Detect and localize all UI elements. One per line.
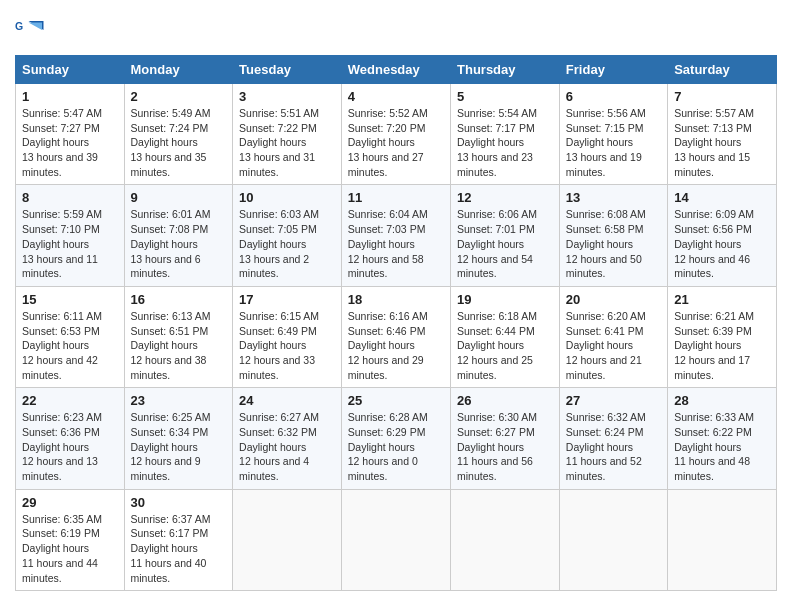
logo-icon: G <box>15 15 45 45</box>
day-detail: Sunrise: 5:52 AM Sunset: 7:20 PM Dayligh… <box>348 106 444 179</box>
calendar-cell: 2 Sunrise: 5:49 AM Sunset: 7:24 PM Dayli… <box>124 84 233 185</box>
logo: G <box>15 15 49 45</box>
calendar-cell: 6 Sunrise: 5:56 AM Sunset: 7:15 PM Dayli… <box>559 84 667 185</box>
calendar-week-3: 22 Sunrise: 6:23 AM Sunset: 6:36 PM Dayl… <box>16 388 777 489</box>
day-detail: Sunrise: 6:27 AM Sunset: 6:32 PM Dayligh… <box>239 410 335 483</box>
day-number: 19 <box>457 292 553 307</box>
day-detail: Sunrise: 5:57 AM Sunset: 7:13 PM Dayligh… <box>674 106 770 179</box>
calendar-cell: 24 Sunrise: 6:27 AM Sunset: 6:32 PM Dayl… <box>233 388 342 489</box>
svg-text:G: G <box>15 20 23 32</box>
calendar-cell <box>668 489 777 590</box>
calendar-cell: 4 Sunrise: 5:52 AM Sunset: 7:20 PM Dayli… <box>341 84 450 185</box>
calendar-week-1: 8 Sunrise: 5:59 AM Sunset: 7:10 PM Dayli… <box>16 185 777 286</box>
day-number: 14 <box>674 190 770 205</box>
calendar-cell: 25 Sunrise: 6:28 AM Sunset: 6:29 PM Dayl… <box>341 388 450 489</box>
calendar-cell: 7 Sunrise: 5:57 AM Sunset: 7:13 PM Dayli… <box>668 84 777 185</box>
calendar-cell: 18 Sunrise: 6:16 AM Sunset: 6:46 PM Dayl… <box>341 286 450 387</box>
day-number: 26 <box>457 393 553 408</box>
day-number: 1 <box>22 89 118 104</box>
calendar-cell: 26 Sunrise: 6:30 AM Sunset: 6:27 PM Dayl… <box>451 388 560 489</box>
day-detail: Sunrise: 6:04 AM Sunset: 7:03 PM Dayligh… <box>348 207 444 280</box>
day-number: 7 <box>674 89 770 104</box>
day-detail: Sunrise: 5:49 AM Sunset: 7:24 PM Dayligh… <box>131 106 227 179</box>
day-number: 8 <box>22 190 118 205</box>
calendar-cell <box>451 489 560 590</box>
calendar-cell: 15 Sunrise: 6:11 AM Sunset: 6:53 PM Dayl… <box>16 286 125 387</box>
calendar-cell: 14 Sunrise: 6:09 AM Sunset: 6:56 PM Dayl… <box>668 185 777 286</box>
day-number: 3 <box>239 89 335 104</box>
day-detail: Sunrise: 6:21 AM Sunset: 6:39 PM Dayligh… <box>674 309 770 382</box>
calendar-table: SundayMondayTuesdayWednesdayThursdayFrid… <box>15 55 777 591</box>
calendar-week-2: 15 Sunrise: 6:11 AM Sunset: 6:53 PM Dayl… <box>16 286 777 387</box>
calendar-cell: 28 Sunrise: 6:33 AM Sunset: 6:22 PM Dayl… <box>668 388 777 489</box>
calendar-cell: 9 Sunrise: 6:01 AM Sunset: 7:08 PM Dayli… <box>124 185 233 286</box>
day-detail: Sunrise: 6:28 AM Sunset: 6:29 PM Dayligh… <box>348 410 444 483</box>
day-detail: Sunrise: 5:56 AM Sunset: 7:15 PM Dayligh… <box>566 106 661 179</box>
calendar-cell: 30 Sunrise: 6:37 AM Sunset: 6:17 PM Dayl… <box>124 489 233 590</box>
day-number: 4 <box>348 89 444 104</box>
day-detail: Sunrise: 6:13 AM Sunset: 6:51 PM Dayligh… <box>131 309 227 382</box>
day-detail: Sunrise: 6:37 AM Sunset: 6:17 PM Dayligh… <box>131 512 227 585</box>
day-number: 2 <box>131 89 227 104</box>
day-detail: Sunrise: 6:18 AM Sunset: 6:44 PM Dayligh… <box>457 309 553 382</box>
day-detail: Sunrise: 5:54 AM Sunset: 7:17 PM Dayligh… <box>457 106 553 179</box>
col-header-saturday: Saturday <box>668 56 777 84</box>
col-header-wednesday: Wednesday <box>341 56 450 84</box>
calendar-cell: 13 Sunrise: 6:08 AM Sunset: 6:58 PM Dayl… <box>559 185 667 286</box>
day-number: 22 <box>22 393 118 408</box>
day-number: 27 <box>566 393 661 408</box>
calendar-week-0: 1 Sunrise: 5:47 AM Sunset: 7:27 PM Dayli… <box>16 84 777 185</box>
calendar-cell: 11 Sunrise: 6:04 AM Sunset: 7:03 PM Dayl… <box>341 185 450 286</box>
calendar-cell: 3 Sunrise: 5:51 AM Sunset: 7:22 PM Dayli… <box>233 84 342 185</box>
day-detail: Sunrise: 6:08 AM Sunset: 6:58 PM Dayligh… <box>566 207 661 280</box>
day-detail: Sunrise: 6:33 AM Sunset: 6:22 PM Dayligh… <box>674 410 770 483</box>
day-detail: Sunrise: 6:25 AM Sunset: 6:34 PM Dayligh… <box>131 410 227 483</box>
calendar-cell: 21 Sunrise: 6:21 AM Sunset: 6:39 PM Dayl… <box>668 286 777 387</box>
calendar-week-4: 29 Sunrise: 6:35 AM Sunset: 6:19 PM Dayl… <box>16 489 777 590</box>
day-number: 9 <box>131 190 227 205</box>
calendar-cell: 1 Sunrise: 5:47 AM Sunset: 7:27 PM Dayli… <box>16 84 125 185</box>
day-number: 24 <box>239 393 335 408</box>
day-number: 17 <box>239 292 335 307</box>
calendar-cell <box>341 489 450 590</box>
day-detail: Sunrise: 6:01 AM Sunset: 7:08 PM Dayligh… <box>131 207 227 280</box>
col-header-monday: Monday <box>124 56 233 84</box>
calendar-cell: 8 Sunrise: 5:59 AM Sunset: 7:10 PM Dayli… <box>16 185 125 286</box>
day-number: 28 <box>674 393 770 408</box>
calendar-cell <box>233 489 342 590</box>
day-number: 6 <box>566 89 661 104</box>
day-number: 30 <box>131 495 227 510</box>
col-header-sunday: Sunday <box>16 56 125 84</box>
calendar-cell: 29 Sunrise: 6:35 AM Sunset: 6:19 PM Dayl… <box>16 489 125 590</box>
day-number: 13 <box>566 190 661 205</box>
calendar-cell: 22 Sunrise: 6:23 AM Sunset: 6:36 PM Dayl… <box>16 388 125 489</box>
calendar-cell: 12 Sunrise: 6:06 AM Sunset: 7:01 PM Dayl… <box>451 185 560 286</box>
day-detail: Sunrise: 6:09 AM Sunset: 6:56 PM Dayligh… <box>674 207 770 280</box>
calendar-cell <box>559 489 667 590</box>
day-number: 11 <box>348 190 444 205</box>
day-detail: Sunrise: 6:23 AM Sunset: 6:36 PM Dayligh… <box>22 410 118 483</box>
day-detail: Sunrise: 6:20 AM Sunset: 6:41 PM Dayligh… <box>566 309 661 382</box>
calendar-cell: 20 Sunrise: 6:20 AM Sunset: 6:41 PM Dayl… <box>559 286 667 387</box>
day-number: 12 <box>457 190 553 205</box>
day-detail: Sunrise: 5:47 AM Sunset: 7:27 PM Dayligh… <box>22 106 118 179</box>
day-number: 25 <box>348 393 444 408</box>
day-number: 21 <box>674 292 770 307</box>
calendar-cell: 17 Sunrise: 6:15 AM Sunset: 6:49 PM Dayl… <box>233 286 342 387</box>
page-header: G <box>15 15 777 45</box>
calendar-cell: 23 Sunrise: 6:25 AM Sunset: 6:34 PM Dayl… <box>124 388 233 489</box>
day-detail: Sunrise: 6:06 AM Sunset: 7:01 PM Dayligh… <box>457 207 553 280</box>
day-number: 29 <box>22 495 118 510</box>
day-detail: Sunrise: 6:35 AM Sunset: 6:19 PM Dayligh… <box>22 512 118 585</box>
calendar-cell: 16 Sunrise: 6:13 AM Sunset: 6:51 PM Dayl… <box>124 286 233 387</box>
day-detail: Sunrise: 6:16 AM Sunset: 6:46 PM Dayligh… <box>348 309 444 382</box>
day-number: 20 <box>566 292 661 307</box>
col-header-thursday: Thursday <box>451 56 560 84</box>
col-header-tuesday: Tuesday <box>233 56 342 84</box>
day-detail: Sunrise: 6:15 AM Sunset: 6:49 PM Dayligh… <box>239 309 335 382</box>
day-number: 5 <box>457 89 553 104</box>
day-detail: Sunrise: 6:03 AM Sunset: 7:05 PM Dayligh… <box>239 207 335 280</box>
calendar-cell: 5 Sunrise: 5:54 AM Sunset: 7:17 PM Dayli… <box>451 84 560 185</box>
calendar-cell: 10 Sunrise: 6:03 AM Sunset: 7:05 PM Dayl… <box>233 185 342 286</box>
day-number: 23 <box>131 393 227 408</box>
